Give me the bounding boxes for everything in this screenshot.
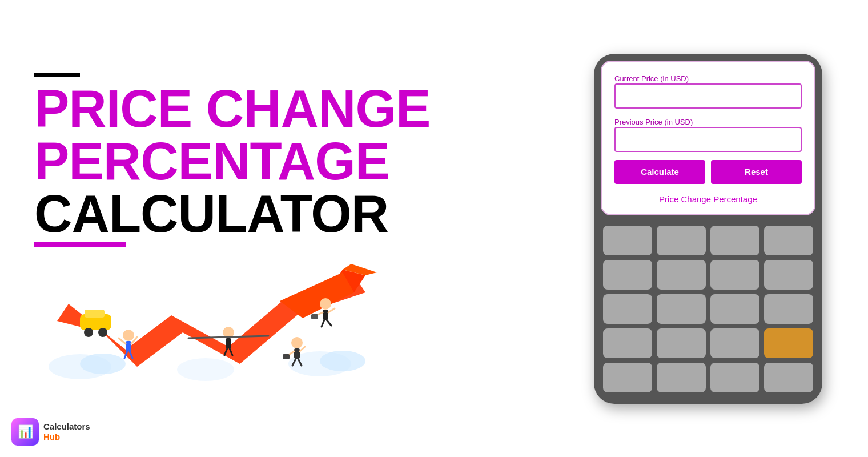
- calculator-screen: Current Price (in USD) Previous Price (i…: [601, 61, 815, 215]
- key-20[interactable]: [764, 363, 813, 392]
- brand-text: Calculators Hub: [43, 422, 90, 442]
- svg-point-10: [84, 328, 93, 337]
- svg-rect-12: [85, 310, 105, 318]
- key-8[interactable]: [764, 260, 813, 290]
- title-line2: PERCENTAGE: [34, 132, 389, 190]
- key-13[interactable]: [603, 328, 652, 358]
- hero-illustration: [34, 258, 388, 384]
- svg-line-29: [322, 320, 324, 327]
- key-10[interactable]: [657, 294, 706, 324]
- key-7[interactable]: [710, 260, 760, 290]
- title-line3: CALCULATOR: [34, 185, 388, 243]
- page-title: PRICE CHANGE PERCENTAGE CALCULATOR: [34, 82, 434, 240]
- svg-rect-34: [283, 354, 290, 359]
- key-19[interactable]: [710, 363, 760, 392]
- svg-point-31: [291, 337, 303, 348]
- key-11[interactable]: [710, 294, 760, 324]
- key-4[interactable]: [764, 226, 813, 255]
- brand-icon: 📊: [11, 418, 39, 446]
- brand-name-2: Hub: [43, 432, 90, 442]
- key-14[interactable]: [657, 328, 706, 358]
- key-12[interactable]: [764, 294, 813, 324]
- svg-point-4: [177, 358, 234, 381]
- title-line1: PRICE CHANGE: [34, 79, 430, 138]
- svg-line-28: [328, 308, 335, 312]
- reset-button[interactable]: Reset: [711, 160, 802, 184]
- svg-rect-20: [226, 338, 231, 348]
- action-buttons: Calculate Reset: [614, 160, 802, 184]
- key-3[interactable]: [710, 226, 760, 255]
- svg-rect-27: [311, 314, 318, 319]
- svg-point-3: [320, 351, 365, 371]
- svg-rect-32: [294, 348, 300, 359]
- left-section: PRICE CHANGE PERCENTAGE CALCULATOR: [34, 73, 434, 384]
- current-price-label: Current Price (in USD): [614, 74, 689, 83]
- title-underline: [34, 242, 126, 247]
- svg-point-24: [320, 298, 331, 310]
- svg-point-13: [123, 330, 134, 341]
- keypad: [601, 223, 815, 397]
- svg-line-35: [300, 347, 305, 351]
- key-18[interactable]: [657, 363, 706, 392]
- title-bar-decoration: [34, 73, 80, 77]
- svg-rect-14: [126, 341, 131, 351]
- previous-price-label: Previous Price (in USD): [614, 118, 693, 126]
- key-15[interactable]: [710, 328, 760, 358]
- brand-logo-area: 📊 Calculators Hub: [11, 418, 90, 446]
- svg-line-30: [327, 320, 331, 326]
- right-section: Current Price (in USD) Previous Price (i…: [582, 54, 834, 404]
- svg-point-11: [98, 328, 107, 337]
- previous-price-input[interactable]: [614, 127, 802, 152]
- result-label: Price Change Percentage: [614, 192, 802, 205]
- key-9[interactable]: [603, 294, 652, 324]
- brand-name-1: Calculators: [43, 422, 90, 432]
- calculate-button[interactable]: Calculate: [614, 160, 705, 184]
- key-6[interactable]: [657, 260, 706, 290]
- key-orange[interactable]: [764, 328, 813, 358]
- key-5[interactable]: [603, 260, 652, 290]
- svg-rect-25: [323, 310, 328, 320]
- key-2[interactable]: [657, 226, 706, 255]
- svg-point-1: [80, 354, 126, 374]
- key-1[interactable]: [603, 226, 652, 255]
- current-price-input[interactable]: [614, 83, 802, 109]
- key-17[interactable]: [603, 363, 652, 392]
- calculator-device: Current Price (in USD) Previous Price (i…: [594, 54, 822, 404]
- brand-icon-symbol: 📊: [18, 424, 33, 439]
